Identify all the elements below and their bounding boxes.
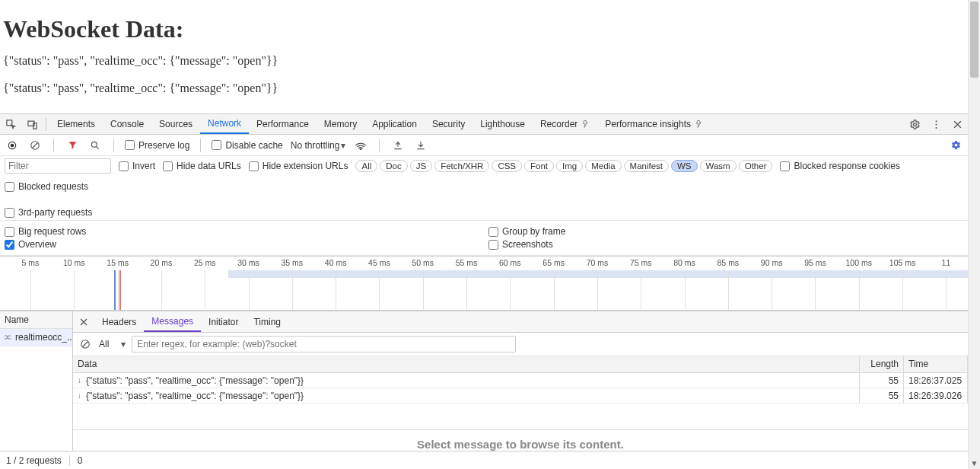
search-icon[interactable] bbox=[88, 138, 103, 153]
tab-perf-insights[interactable]: Performance insights bbox=[597, 114, 711, 134]
message-row[interactable]: ↓{"status": "pass", "realtime_occ": {"me… bbox=[73, 388, 968, 404]
pill-js[interactable]: JS bbox=[410, 160, 432, 172]
svg-point-4 bbox=[935, 120, 937, 122]
pill-css[interactable]: CSS bbox=[492, 160, 522, 172]
pill-doc[interactable]: Doc bbox=[380, 160, 407, 172]
dtab-headers[interactable]: Headers bbox=[94, 311, 144, 332]
request-name: realtimeocc_... bbox=[15, 332, 72, 343]
close-devtools-icon[interactable] bbox=[947, 120, 968, 129]
close-detail-icon[interactable] bbox=[73, 317, 94, 327]
message-time: 18:26:37.025 bbox=[904, 373, 968, 388]
message-filter-input[interactable] bbox=[132, 336, 516, 353]
network-conditions-icon[interactable] bbox=[353, 138, 368, 153]
scrollbar-thumb[interactable] bbox=[970, 2, 978, 78]
blocked-cookies-checkbox[interactable]: Blocked response cookies bbox=[780, 161, 899, 171]
timeline-tick: 85 ms bbox=[718, 258, 740, 267]
network-settings-icon[interactable] bbox=[948, 138, 963, 153]
message-time: 18:26:39.026 bbox=[904, 388, 968, 404]
screenshots-checkbox[interactable]: Screenshots bbox=[488, 239, 963, 250]
col-data-header[interactable]: Data bbox=[73, 356, 860, 372]
resource-type-filters: All Doc JS Fetch/XHR CSS Font Img Media … bbox=[355, 160, 772, 172]
browser-scrollbar[interactable]: ▲ ▼ bbox=[968, 0, 980, 469]
tab-console[interactable]: Console bbox=[103, 114, 151, 134]
preserve-log-checkbox[interactable]: Preserve log bbox=[125, 140, 189, 151]
status-requests: 1 / 2 requests bbox=[6, 455, 62, 466]
svg-point-5 bbox=[935, 123, 937, 125]
timeline-tick: 75 ms bbox=[630, 258, 652, 267]
tab-performance[interactable]: Performance bbox=[249, 114, 317, 134]
message-type-select[interactable]: All▾ bbox=[99, 339, 126, 349]
inspect-element-icon[interactable] bbox=[0, 119, 21, 130]
tab-application[interactable]: Application bbox=[364, 114, 425, 134]
timeline-tick: 30 ms bbox=[237, 258, 259, 267]
message-row[interactable]: ↓{"status": "pass", "realtime_occ": {"me… bbox=[73, 373, 968, 388]
status-bar: 1 / 2 requests 0 bbox=[0, 451, 968, 469]
pill-media[interactable]: Media bbox=[585, 160, 621, 172]
scroll-down-icon[interactable]: ▼ bbox=[969, 457, 980, 469]
settings-icon[interactable] bbox=[904, 119, 925, 130]
pill-wasm[interactable]: Wasm bbox=[700, 160, 737, 172]
timeline-tick: 20 ms bbox=[151, 258, 173, 267]
pill-manifest[interactable]: Manifest bbox=[624, 160, 669, 172]
overview-checkbox[interactable]: Overview bbox=[5, 239, 479, 250]
filter-icon[interactable] bbox=[65, 138, 80, 153]
timeline-tick: 15 ms bbox=[107, 258, 129, 267]
messages-table: Data Length Time ↓{"status": "pass", "re… bbox=[73, 356, 968, 451]
pill-other[interactable]: Other bbox=[739, 160, 773, 172]
import-har-icon[interactable] bbox=[390, 138, 406, 153]
pill-font[interactable]: Font bbox=[524, 160, 554, 172]
third-party-checkbox[interactable]: 3rd-party requests bbox=[5, 207, 92, 218]
timeline-tick: 5 ms bbox=[22, 258, 40, 267]
tab-network[interactable]: Network bbox=[200, 114, 249, 134]
big-rows-checkbox[interactable]: Big request rows bbox=[5, 226, 479, 237]
disable-cache-checkbox[interactable]: Disable cache bbox=[212, 140, 282, 151]
dtab-initiator[interactable]: Initiator bbox=[201, 311, 246, 332]
timeline-tick: 95 ms bbox=[804, 258, 826, 267]
incoming-arrow-icon: ↓ bbox=[78, 391, 81, 400]
tab-lighthouse[interactable]: Lighthouse bbox=[473, 114, 533, 134]
pill-img[interactable]: Img bbox=[556, 160, 583, 172]
timeline-tick: 40 ms bbox=[325, 258, 347, 267]
pill-all[interactable]: All bbox=[355, 160, 377, 172]
tab-recorder[interactable]: Recorder bbox=[533, 114, 597, 134]
invert-checkbox[interactable]: Invert bbox=[119, 161, 155, 171]
timeline-tick: 90 ms bbox=[761, 258, 783, 267]
timeline-tick: 105 ms bbox=[889, 258, 915, 267]
tab-security[interactable]: Security bbox=[425, 114, 473, 134]
timeline-tick: 10 ms bbox=[63, 258, 85, 267]
page-content: WebSocket Data: {"status": "pass", "real… bbox=[0, 0, 968, 113]
throttling-select[interactable]: No throttling▾ bbox=[291, 140, 346, 151]
clear-messages-icon[interactable] bbox=[78, 337, 93, 352]
filter-input[interactable] bbox=[5, 158, 111, 174]
blocked-requests-checkbox[interactable]: Blocked requests bbox=[5, 181, 88, 192]
message-data: {"status": "pass", "realtime_occ": {"mes… bbox=[86, 391, 304, 401]
pill-fetch[interactable]: Fetch/XHR bbox=[434, 160, 489, 172]
export-har-icon[interactable] bbox=[413, 138, 428, 153]
col-time-header[interactable]: Time bbox=[904, 356, 968, 372]
device-toolbar-icon[interactable] bbox=[21, 119, 43, 130]
network-options-row: Big request rows Overview Group by frame… bbox=[0, 221, 968, 256]
timeline-tick: 25 ms bbox=[194, 258, 216, 267]
detail-tab-bar: Headers Messages Initiator Timing bbox=[73, 311, 968, 333]
message-length: 55 bbox=[860, 388, 904, 404]
dtab-timing[interactable]: Timing bbox=[246, 311, 288, 332]
pill-ws[interactable]: WS bbox=[671, 160, 698, 172]
hide-ext-urls-checkbox[interactable]: Hide extension URLs bbox=[249, 161, 348, 171]
hide-data-urls-checkbox[interactable]: Hide data URLs bbox=[163, 161, 241, 171]
request-item[interactable]: realtimeocc_... bbox=[0, 329, 72, 346]
message-data: {"status": "pass", "realtime_occ": {"mes… bbox=[86, 375, 304, 386]
group-frame-checkbox[interactable]: Group by frame bbox=[488, 226, 963, 237]
tab-memory[interactable]: Memory bbox=[317, 114, 364, 134]
timeline-tick: 45 ms bbox=[368, 258, 390, 267]
timeline-tick: 11 bbox=[942, 258, 951, 267]
tab-sources[interactable]: Sources bbox=[151, 114, 200, 134]
timeline-tick: 100 ms bbox=[846, 258, 872, 267]
dtab-messages[interactable]: Messages bbox=[144, 311, 201, 332]
network-toolbar: Preserve log Disable cache No throttling… bbox=[0, 135, 968, 156]
clear-icon[interactable] bbox=[27, 138, 43, 153]
timeline-overview[interactable]: 5 ms10 ms15 ms20 ms25 ms30 ms35 ms40 ms4… bbox=[0, 256, 968, 311]
tab-elements[interactable]: Elements bbox=[49, 114, 103, 134]
col-length-header[interactable]: Length bbox=[860, 356, 904, 372]
more-icon[interactable] bbox=[925, 119, 947, 130]
record-icon[interactable] bbox=[5, 138, 20, 153]
